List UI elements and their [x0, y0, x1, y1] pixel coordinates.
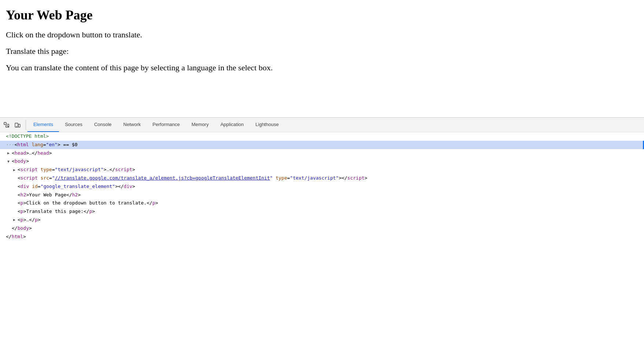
element-picker-button[interactable]: [1, 120, 12, 130]
html-close-line: </ html >: [0, 233, 644, 241]
device-toggle-button[interactable]: [12, 120, 23, 130]
arrow-p3[interactable]: [13, 217, 18, 223]
div-google-line[interactable]: < div id = "google_translate_element" ><…: [0, 182, 644, 191]
tab-network[interactable]: Network: [118, 118, 147, 132]
webpage-content: Your Web Page Click on the dropdown butt…: [0, 0, 644, 117]
p2-line[interactable]: < p > Translate this page: </ p >: [0, 207, 644, 216]
page-para-1: Click on the dropdown button to translat…: [6, 29, 638, 41]
tab-lighthouse[interactable]: Lighthouse: [249, 118, 285, 132]
script1-line[interactable]: < script type = "text/javascript" > … </…: [0, 166, 644, 174]
p1-line[interactable]: < p > Click on the dropdown button to tr…: [0, 199, 644, 207]
body-close-line: </ body >: [0, 224, 644, 233]
h2-line[interactable]: < h2 > Your Web Page </ h2 >: [0, 191, 644, 199]
elements-panel[interactable]: <!DOCTYPE html> ··· < html lang = "en" >…: [0, 132, 644, 343]
tab-elements[interactable]: Elements: [27, 118, 59, 132]
arrow-body[interactable]: [7, 159, 12, 165]
script2-line[interactable]: < script src = "//translate.google.com/t…: [0, 174, 644, 182]
toolbar-icons: [1, 120, 26, 130]
page-title: Your Web Page: [6, 7, 638, 23]
body-open-line[interactable]: < body >: [0, 157, 644, 166]
svg-rect-2: [18, 124, 20, 127]
tab-memory[interactable]: Memory: [186, 118, 215, 132]
arrow-script1[interactable]: [13, 167, 18, 173]
head-line[interactable]: < head > … </ head >: [0, 149, 644, 158]
tab-console[interactable]: Console: [88, 118, 118, 132]
devtools-panel: Elements Sources Console Network Perform…: [0, 117, 644, 343]
devtools-toolbar: Elements Sources Console Network Perform…: [0, 118, 644, 132]
tab-sources[interactable]: Sources: [59, 118, 88, 132]
page-para-3: You can translate the content of this pa…: [6, 62, 638, 74]
devtools-tabs: Elements Sources Console Network Perform…: [27, 118, 285, 132]
svg-rect-0: [4, 122, 6, 125]
page-para-2: Translate this page:: [6, 46, 638, 57]
html-tag-line[interactable]: ··· < html lang = "en" > == $0: [0, 141, 644, 149]
tab-application[interactable]: Application: [215, 118, 250, 132]
arrow-head[interactable]: [7, 150, 12, 156]
doctype-line: <!DOCTYPE html>: [0, 132, 644, 141]
tab-performance[interactable]: Performance: [147, 118, 185, 132]
p3-line[interactable]: < p > … </ p >: [0, 216, 644, 224]
